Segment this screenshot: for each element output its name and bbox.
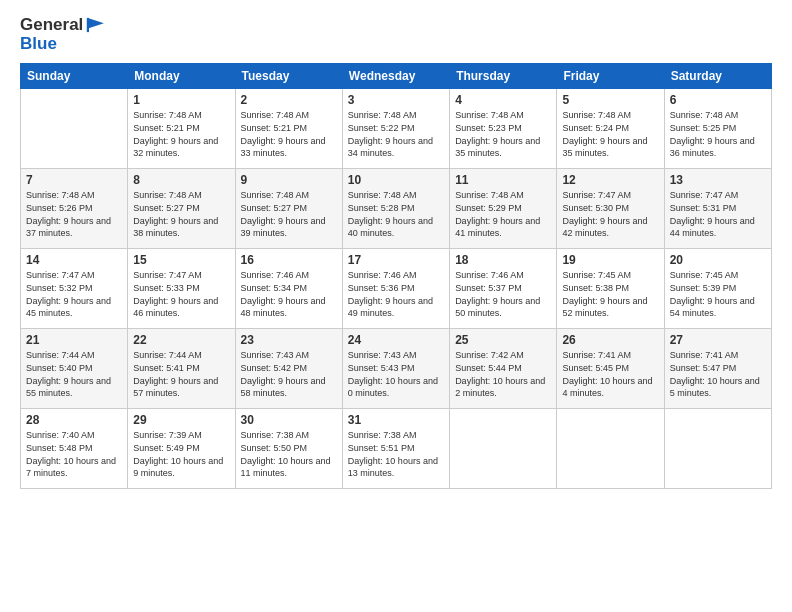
- day-info: Sunrise: 7:43 AMSunset: 5:43 PMDaylight:…: [348, 349, 444, 399]
- day-number: 1: [133, 93, 229, 107]
- logo-blue: Blue: [20, 35, 57, 54]
- day-number: 22: [133, 333, 229, 347]
- day-info: Sunrise: 7:46 AMSunset: 5:37 PMDaylight:…: [455, 269, 551, 319]
- calendar-cell: 22Sunrise: 7:44 AMSunset: 5:41 PMDayligh…: [128, 329, 235, 409]
- calendar-cell: 8Sunrise: 7:48 AMSunset: 5:27 PMDaylight…: [128, 169, 235, 249]
- weekday-header-wednesday: Wednesday: [342, 64, 449, 89]
- day-info: Sunrise: 7:47 AMSunset: 5:30 PMDaylight:…: [562, 189, 658, 239]
- day-info: Sunrise: 7:48 AMSunset: 5:22 PMDaylight:…: [348, 109, 444, 159]
- day-number: 10: [348, 173, 444, 187]
- day-number: 23: [241, 333, 337, 347]
- day-number: 29: [133, 413, 229, 427]
- weekday-header-monday: Monday: [128, 64, 235, 89]
- calendar-cell: 9Sunrise: 7:48 AMSunset: 5:27 PMDaylight…: [235, 169, 342, 249]
- day-number: 19: [562, 253, 658, 267]
- calendar-cell: 18Sunrise: 7:46 AMSunset: 5:37 PMDayligh…: [450, 249, 557, 329]
- day-number: 18: [455, 253, 551, 267]
- weekday-header-saturday: Saturday: [664, 64, 771, 89]
- day-info: Sunrise: 7:48 AMSunset: 5:25 PMDaylight:…: [670, 109, 766, 159]
- calendar-cell: 16Sunrise: 7:46 AMSunset: 5:34 PMDayligh…: [235, 249, 342, 329]
- calendar-cell: [21, 89, 128, 169]
- day-number: 21: [26, 333, 122, 347]
- calendar-cell: 24Sunrise: 7:43 AMSunset: 5:43 PMDayligh…: [342, 329, 449, 409]
- day-info: Sunrise: 7:48 AMSunset: 5:27 PMDaylight:…: [133, 189, 229, 239]
- calendar-table: SundayMondayTuesdayWednesdayThursdayFrid…: [20, 63, 772, 489]
- calendar-cell: 27Sunrise: 7:41 AMSunset: 5:47 PMDayligh…: [664, 329, 771, 409]
- day-info: Sunrise: 7:38 AMSunset: 5:50 PMDaylight:…: [241, 429, 337, 479]
- day-number: 13: [670, 173, 766, 187]
- calendar-cell: 25Sunrise: 7:42 AMSunset: 5:44 PMDayligh…: [450, 329, 557, 409]
- day-number: 14: [26, 253, 122, 267]
- day-info: Sunrise: 7:48 AMSunset: 5:23 PMDaylight:…: [455, 109, 551, 159]
- day-number: 16: [241, 253, 337, 267]
- day-number: 31: [348, 413, 444, 427]
- day-number: 5: [562, 93, 658, 107]
- day-number: 9: [241, 173, 337, 187]
- calendar-cell: 3Sunrise: 7:48 AMSunset: 5:22 PMDaylight…: [342, 89, 449, 169]
- day-number: 7: [26, 173, 122, 187]
- day-info: Sunrise: 7:45 AMSunset: 5:39 PMDaylight:…: [670, 269, 766, 319]
- calendar-cell: 11Sunrise: 7:48 AMSunset: 5:29 PMDayligh…: [450, 169, 557, 249]
- calendar-cell: 13Sunrise: 7:47 AMSunset: 5:31 PMDayligh…: [664, 169, 771, 249]
- calendar-week-4: 21Sunrise: 7:44 AMSunset: 5:40 PMDayligh…: [21, 329, 772, 409]
- day-info: Sunrise: 7:39 AMSunset: 5:49 PMDaylight:…: [133, 429, 229, 479]
- day-info: Sunrise: 7:48 AMSunset: 5:29 PMDaylight:…: [455, 189, 551, 239]
- day-info: Sunrise: 7:48 AMSunset: 5:21 PMDaylight:…: [241, 109, 337, 159]
- calendar-cell: 7Sunrise: 7:48 AMSunset: 5:26 PMDaylight…: [21, 169, 128, 249]
- day-number: 4: [455, 93, 551, 107]
- day-number: 2: [241, 93, 337, 107]
- day-number: 11: [455, 173, 551, 187]
- day-info: Sunrise: 7:46 AMSunset: 5:34 PMDaylight:…: [241, 269, 337, 319]
- calendar-cell: 5Sunrise: 7:48 AMSunset: 5:24 PMDaylight…: [557, 89, 664, 169]
- weekday-header-friday: Friday: [557, 64, 664, 89]
- logo-general: General: [20, 16, 83, 35]
- day-number: 28: [26, 413, 122, 427]
- calendar-week-5: 28Sunrise: 7:40 AMSunset: 5:48 PMDayligh…: [21, 409, 772, 489]
- day-info: Sunrise: 7:46 AMSunset: 5:36 PMDaylight:…: [348, 269, 444, 319]
- calendar-week-2: 7Sunrise: 7:48 AMSunset: 5:26 PMDaylight…: [21, 169, 772, 249]
- day-info: Sunrise: 7:47 AMSunset: 5:32 PMDaylight:…: [26, 269, 122, 319]
- header: General Blue: [20, 16, 772, 53]
- calendar-week-1: 1Sunrise: 7:48 AMSunset: 5:21 PMDaylight…: [21, 89, 772, 169]
- day-info: Sunrise: 7:48 AMSunset: 5:28 PMDaylight:…: [348, 189, 444, 239]
- page-container: General Blue SundayMondayTuesdayWednesda…: [0, 0, 792, 499]
- day-info: Sunrise: 7:48 AMSunset: 5:21 PMDaylight:…: [133, 109, 229, 159]
- calendar-cell: 30Sunrise: 7:38 AMSunset: 5:50 PMDayligh…: [235, 409, 342, 489]
- calendar-cell: 23Sunrise: 7:43 AMSunset: 5:42 PMDayligh…: [235, 329, 342, 409]
- day-info: Sunrise: 7:48 AMSunset: 5:24 PMDaylight:…: [562, 109, 658, 159]
- day-info: Sunrise: 7:41 AMSunset: 5:45 PMDaylight:…: [562, 349, 658, 399]
- calendar-cell: 12Sunrise: 7:47 AMSunset: 5:30 PMDayligh…: [557, 169, 664, 249]
- day-number: 24: [348, 333, 444, 347]
- day-info: Sunrise: 7:38 AMSunset: 5:51 PMDaylight:…: [348, 429, 444, 479]
- calendar-cell: 17Sunrise: 7:46 AMSunset: 5:36 PMDayligh…: [342, 249, 449, 329]
- calendar-cell: 2Sunrise: 7:48 AMSunset: 5:21 PMDaylight…: [235, 89, 342, 169]
- calendar-cell: 14Sunrise: 7:47 AMSunset: 5:32 PMDayligh…: [21, 249, 128, 329]
- day-info: Sunrise: 7:42 AMSunset: 5:44 PMDaylight:…: [455, 349, 551, 399]
- day-number: 12: [562, 173, 658, 187]
- day-number: 8: [133, 173, 229, 187]
- calendar-cell: 26Sunrise: 7:41 AMSunset: 5:45 PMDayligh…: [557, 329, 664, 409]
- calendar-cell: [664, 409, 771, 489]
- day-info: Sunrise: 7:48 AMSunset: 5:26 PMDaylight:…: [26, 189, 122, 239]
- day-info: Sunrise: 7:47 AMSunset: 5:31 PMDaylight:…: [670, 189, 766, 239]
- calendar-cell: 1Sunrise: 7:48 AMSunset: 5:21 PMDaylight…: [128, 89, 235, 169]
- day-info: Sunrise: 7:43 AMSunset: 5:42 PMDaylight:…: [241, 349, 337, 399]
- logo: General Blue: [20, 16, 105, 53]
- calendar-cell: 10Sunrise: 7:48 AMSunset: 5:28 PMDayligh…: [342, 169, 449, 249]
- logo-flag-icon: [85, 17, 105, 33]
- calendar-cell: 29Sunrise: 7:39 AMSunset: 5:49 PMDayligh…: [128, 409, 235, 489]
- calendar-cell: 20Sunrise: 7:45 AMSunset: 5:39 PMDayligh…: [664, 249, 771, 329]
- calendar-body: 1Sunrise: 7:48 AMSunset: 5:21 PMDaylight…: [21, 89, 772, 489]
- calendar-cell: 6Sunrise: 7:48 AMSunset: 5:25 PMDaylight…: [664, 89, 771, 169]
- day-number: 17: [348, 253, 444, 267]
- day-info: Sunrise: 7:47 AMSunset: 5:33 PMDaylight:…: [133, 269, 229, 319]
- day-number: 30: [241, 413, 337, 427]
- weekday-header-tuesday: Tuesday: [235, 64, 342, 89]
- calendar-cell: 28Sunrise: 7:40 AMSunset: 5:48 PMDayligh…: [21, 409, 128, 489]
- calendar-cell: 19Sunrise: 7:45 AMSunset: 5:38 PMDayligh…: [557, 249, 664, 329]
- day-number: 6: [670, 93, 766, 107]
- svg-marker-0: [88, 18, 104, 29]
- calendar-cell: 4Sunrise: 7:48 AMSunset: 5:23 PMDaylight…: [450, 89, 557, 169]
- calendar-week-3: 14Sunrise: 7:47 AMSunset: 5:32 PMDayligh…: [21, 249, 772, 329]
- day-info: Sunrise: 7:44 AMSunset: 5:41 PMDaylight:…: [133, 349, 229, 399]
